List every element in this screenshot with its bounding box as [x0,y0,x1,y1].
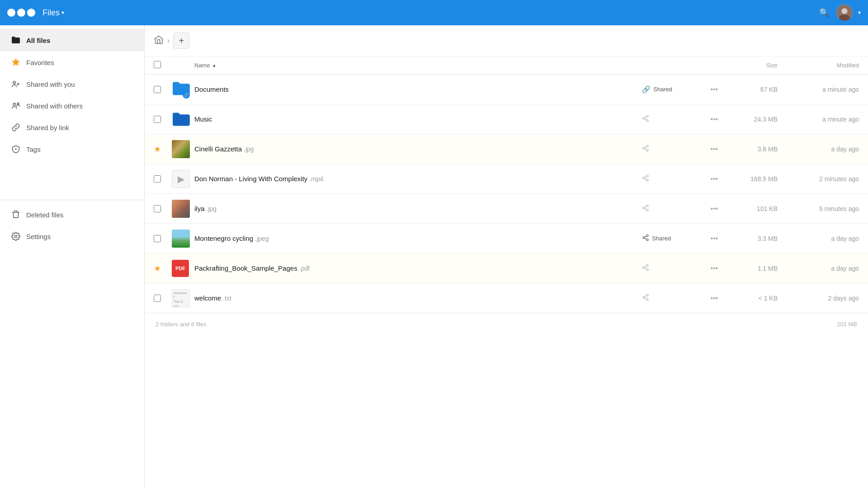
table-row[interactable]: Music ••• 24.3 MB a minute ago [145,104,868,134]
sidebar-item-deleted-files[interactable]: Deleted files [0,204,144,225]
logo-circle-3 [27,9,35,17]
file-size: 24.3 MB [723,116,778,123]
file-size: 87 KB [723,86,778,93]
modified-column-header: Modified [778,62,859,69]
sidebar-item-shared-by-link-label: Shared by link [26,124,69,131]
name-column-header[interactable]: Name ▲ [194,62,642,69]
file-name: welcome [194,294,221,302]
sidebar-item-settings-label: Settings [26,233,51,240]
table-row[interactable]: Montenegro cycling .jpeg Shared ••• 3.3 … [145,224,868,253]
search-button[interactable]: 🔍 [817,6,831,19]
video-thumbnail: ▶ [172,170,190,188]
pdf-icon: PDF [172,260,189,277]
svg-point-29 [646,235,648,236]
share-cell[interactable] [642,264,705,273]
file-name: ilya [194,205,205,212]
share-cell[interactable]: Shared [642,234,705,243]
sidebar: All files Favorites Shared with you Shar… [0,25,145,488]
row-checkbox[interactable] [154,116,161,123]
file-name-cell: Documents [194,85,642,93]
more-actions-button[interactable]: ••• [707,292,722,304]
more-actions-button[interactable]: ••• [707,263,722,274]
svg-line-37 [645,268,647,269]
file-modified: a day ago [778,145,859,153]
sidebar-item-shared-with-you-label: Shared with you [26,80,75,88]
svg-point-7 [15,148,16,150]
add-button[interactable]: + [173,33,189,49]
more-actions-button[interactable]: ••• [707,143,722,155]
svg-point-4 [13,81,15,84]
sidebar-item-tags-label: Tags [26,145,41,153]
logo-circle-1 [7,9,15,17]
file-list-footer: 2 folders and 6 files 201 MB [145,313,868,335]
tag-icon [11,145,21,154]
link-icon [11,123,21,132]
sidebar-item-all-files[interactable]: All files [0,29,144,52]
share-cell[interactable] [642,294,705,303]
file-ext: .mp4 [309,175,323,183]
more-actions-button[interactable]: ••• [707,84,722,95]
svg-point-9 [646,115,648,117]
sidebar-item-favorites[interactable]: Favorites [0,52,144,73]
svg-line-32 [645,238,647,239]
sidebar-item-favorites-label: Favorites [26,59,54,66]
svg-point-36 [646,268,648,270]
svg-point-24 [646,205,648,206]
row-checkbox[interactable] [154,205,161,212]
table-row[interactable]: ★ PDF Packrafting_Book_Sample_Pages .pdf… [145,253,868,283]
sidebar-divider [0,200,144,200]
sidebar-item-deleted-files-label: Deleted files [26,211,64,219]
sidebar-item-settings[interactable]: Settings [0,225,144,247]
sidebar-item-shared-by-link[interactable]: Shared by link [0,117,144,138]
row-checkbox[interactable] [154,235,161,242]
table-row[interactable]: ★ Cinelli Gazzetta .jpg ••• 3.8 MB [145,134,868,164]
table-row[interactable]: Welcome tThis is justThe packa welcome .… [145,283,868,313]
svg-line-42 [645,298,647,299]
share-cell[interactable]: 🔗 Shared [642,85,705,94]
file-name-cell: Don Norman - Living With Complexity .mp4 [194,175,642,183]
more-actions-button[interactable]: ••• [707,203,722,215]
sidebar-item-all-files-label: All files [26,37,50,44]
avatar[interactable] [836,5,853,21]
file-name: Cinelli Gazzetta [194,145,242,153]
table-row[interactable]: 🔗 Documents 🔗 Shared ••• 87 KB a minute … [145,75,868,104]
row-checkbox[interactable] [154,295,161,302]
gear-icon [11,232,21,241]
file-name-cell: Montenegro cycling .jpeg [194,235,642,242]
trash-icon [11,210,21,219]
share-cell[interactable] [642,174,705,183]
svg-point-30 [643,237,645,239]
file-name: Music [194,115,212,123]
more-actions-button[interactable]: ••• [707,233,722,244]
app-title[interactable]: Files ▾ [42,8,64,18]
svg-point-15 [643,147,645,149]
avatar-caret[interactable]: ▾ [858,9,861,16]
svg-point-34 [646,264,648,266]
home-breadcrumb[interactable] [154,35,164,47]
file-modified: a minute ago [778,116,859,123]
share-cell[interactable] [642,204,705,213]
row-checkbox[interactable] [154,175,161,183]
sidebar-item-shared-with-you[interactable]: Shared with you [0,73,144,95]
sidebar-item-tags[interactable]: Tags [0,138,144,160]
share-icon [642,115,649,124]
row-checkbox[interactable] [154,86,161,93]
share-with-you-icon [11,80,21,89]
more-actions-button[interactable]: ••• [707,113,722,125]
star-filled-icon[interactable]: ★ [154,144,161,154]
share-label: Shared [652,235,671,242]
star-filled-icon[interactable]: ★ [154,263,161,273]
share-cell[interactable] [642,115,705,124]
play-icon: ▶ [178,174,184,184]
table-row[interactable]: ▶ Don Norman - Living With Complexity .m… [145,164,868,194]
svg-point-11 [646,119,648,121]
select-all-checkbox[interactable] [154,61,161,68]
sort-arrow-icon: ▲ [212,63,217,68]
file-name-cell: Cinelli Gazzetta .jpg [194,145,642,153]
table-row[interactable]: ilya .jpg ••• 101 KB 5 minutes ago [145,194,868,224]
svg-line-17 [645,149,647,150]
total-size: 201 MB [837,321,857,328]
more-actions-button[interactable]: ••• [707,173,722,185]
share-cell[interactable] [642,145,705,154]
sidebar-item-shared-with-others[interactable]: Shared with others [0,95,144,117]
